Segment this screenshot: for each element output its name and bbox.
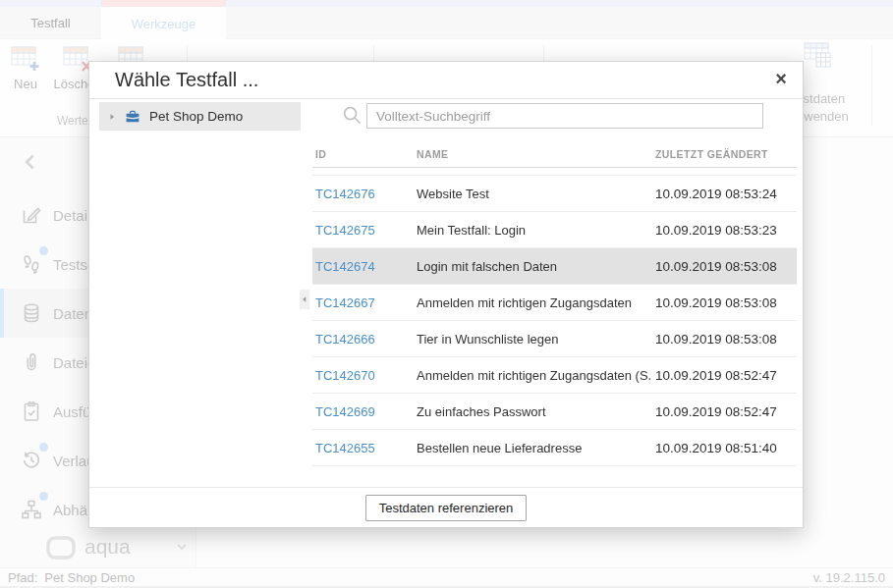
testcase-id-link[interactable]: TC142670 [312, 368, 414, 383]
testcase-modified: 10.09.2019 08:52:47 [652, 368, 797, 383]
dialog-footer: Testdaten referenzieren [89, 487, 803, 527]
choose-testcase-dialog: Wähle Testfall ... × Pet Shop Demo [88, 61, 804, 528]
sidebar-collapse-button[interactable] [18, 149, 43, 175]
dialog-header: Wähle Testfall ... × [89, 62, 803, 99]
active-tab-accent-strip [101, 0, 226, 7]
testcase-modified: 10.09.2019 08:53:23 [652, 223, 797, 238]
status-bar: Pfad: Pet Shop Demo v. 19.2.115.0 [0, 567, 893, 588]
app-version: v. 19.2.115.0 [813, 570, 885, 585]
reference-testdata-button[interactable]: Testdaten referenzieren [365, 495, 528, 521]
testcase-name: Mein Testfall: Login [414, 223, 652, 238]
ribbon-tab-bar: Testfall Werkzeuge [0, 7, 893, 39]
column-header-name[interactable]: NAME [414, 148, 652, 167]
search-icon [341, 104, 363, 127]
testcase-name: Login mit falschen Daten [414, 259, 652, 274]
table-row[interactable]: TC142670 Anmelden mit richtigen Zugangsd… [312, 357, 797, 394]
table-row[interactable]: TC142676 Website Test 10.09.2019 08:53:2… [312, 176, 797, 212]
paperclip-icon [20, 350, 43, 374]
tree-item-pet-shop-demo[interactable]: Pet Shop Demo [99, 102, 301, 131]
database-icon [20, 301, 43, 325]
new-button-label: Neu [14, 77, 37, 91]
notification-badge [39, 443, 48, 452]
testcase-name: Anmelden mit richtigen Zugangsdaten [414, 295, 652, 310]
status-path-value: Pet Shop Demo [44, 570, 135, 585]
status-path-label: Pfad: [8, 570, 37, 585]
hierarchy-icon [20, 498, 43, 521]
table-row[interactable]: TC142669 Zu einfaches Passwort 10.09.201… [312, 394, 797, 430]
search-input[interactable] [366, 103, 763, 129]
testcase-id-link[interactable]: TC142676 [312, 187, 414, 201]
steps-icon [20, 252, 43, 276]
chevron-down-icon[interactable] [173, 538, 191, 556]
aqua-logo-icon [45, 534, 77, 561]
testcase-modified: 10.09.2019 08:53:08 [652, 259, 797, 274]
testcase-modified: 10.09.2019 08:53:08 [652, 295, 797, 310]
close-icon[interactable]: × [775, 68, 787, 89]
app-window: Testfall Werkzeuge Neu [0, 0, 893, 588]
testcase-name: Zu einfaches Passwort [414, 404, 652, 419]
table-header-row: ID NAME ZULETZT GEÄNDERT [312, 148, 797, 168]
testcase-id-link[interactable]: TC142666 [312, 332, 414, 347]
notification-badge [39, 492, 48, 501]
ribbon-separator [871, 45, 872, 126]
testcase-modified: 10.09.2019 08:52:47 [652, 404, 797, 419]
testcase-table: ID NAME ZULETZT GEÄNDERT TC142676 Websit… [312, 148, 797, 466]
table-add-icon [11, 45, 40, 73]
testcase-id-link[interactable]: TC142669 [312, 404, 414, 419]
aqua-logo: aqua [0, 532, 196, 565]
briefcase-icon [124, 108, 141, 126]
testcase-name: Anmelden mit richtigen Zugangsdaten (S..… [414, 368, 652, 383]
testcase-id-link[interactable]: TC142674 [312, 259, 414, 274]
column-header-modified[interactable]: ZULETZT GEÄNDERT [652, 148, 797, 167]
testcase-name: Tier in Wunschliste legen [414, 332, 652, 347]
testcase-modified: 10.09.2019 08:53:24 [652, 187, 797, 201]
panel-collapse-handle[interactable] [300, 290, 309, 309]
notification-badge [39, 246, 48, 255]
testcase-name: Bestellen neue Lieferadresse [414, 441, 652, 455]
aqua-logo-text: aqua [84, 535, 131, 559]
column-header-id[interactable]: ID [312, 148, 414, 167]
testdata-grid-icon [801, 41, 834, 73]
dialog-title: Wähle Testfall ... [115, 69, 258, 91]
table-row[interactable]: TC142674 Login mit falschen Daten 10.09.… [312, 248, 797, 285]
testcase-modified: 10.09.2019 08:51:40 [652, 441, 797, 455]
tab-werkzeuge[interactable]: Werkzeuge [101, 7, 226, 40]
table-row[interactable]: TC142667 Anmelden mit richtigen Zugangsd… [312, 285, 797, 321]
triangle-left-icon [301, 294, 308, 304]
chevron-left-icon [18, 149, 43, 175]
sidebar-item-label: Daten [53, 305, 92, 322]
tab-testfall[interactable]: Testfall [0, 7, 101, 39]
testcase-id-link[interactable]: TC142655 [312, 441, 414, 455]
testcase-id-link[interactable]: TC142667 [312, 295, 414, 310]
testcase-id-link[interactable]: TC142675 [312, 223, 414, 238]
edit-icon [20, 203, 43, 227]
history-icon [20, 449, 43, 472]
new-value-button[interactable]: Neu [6, 45, 45, 91]
tree-item-label: Pet Shop Demo [149, 109, 243, 124]
testcase-modified: 10.09.2019 08:53:08 [652, 332, 797, 347]
table-row[interactable]: TC142655 Bestellen neue Lieferadresse 10… [312, 430, 797, 466]
window-top-strip [0, 0, 893, 7]
table-row[interactable]: TC142666 Tier in Wunschliste legen 10.09… [312, 321, 797, 357]
testcase-name: Website Test [414, 187, 652, 201]
clipboard-icon [20, 400, 43, 423]
table-row[interactable]: TC142675 Mein Testfall: Login 10.09.2019… [312, 212, 797, 248]
expand-caret-icon[interactable] [106, 111, 118, 123]
